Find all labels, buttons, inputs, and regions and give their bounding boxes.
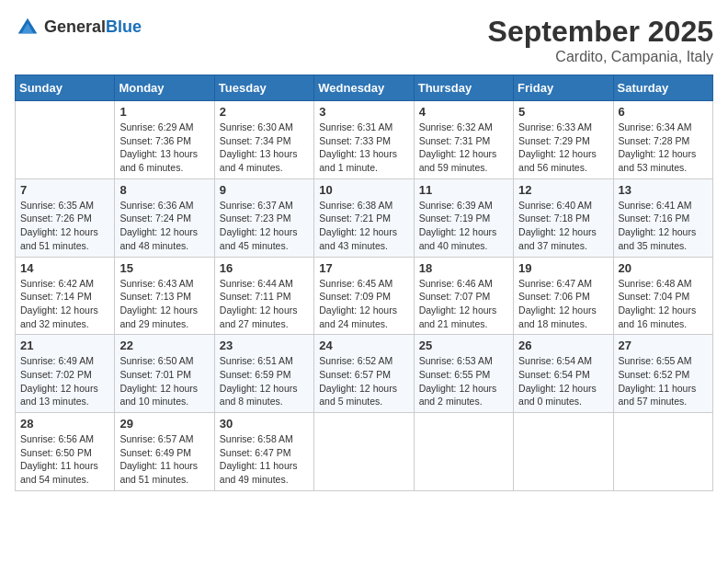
- day-header-thursday: Thursday: [414, 75, 513, 101]
- day-number: 21: [20, 339, 109, 352]
- day-number: 2: [220, 105, 309, 119]
- day-number: 24: [319, 339, 408, 352]
- calendar-cell: 16Sunrise: 6:44 AMSunset: 7:11 PMDayligh…: [214, 257, 313, 335]
- day-detail: Sunrise: 6:41 AMSunset: 7:16 PMDaylight:…: [619, 199, 708, 253]
- calendar-cell: 1Sunrise: 6:29 AMSunset: 7:36 PMDaylight…: [115, 101, 214, 179]
- day-detail: Sunrise: 6:34 AMSunset: 7:28 PMDaylight:…: [619, 121, 708, 175]
- calendar-cell: 27Sunrise: 6:55 AMSunset: 6:52 PMDayligh…: [613, 335, 712, 413]
- calendar-week-3: 14Sunrise: 6:42 AMSunset: 7:14 PMDayligh…: [16, 257, 713, 335]
- day-detail: Sunrise: 6:33 AMSunset: 7:29 PMDaylight:…: [518, 121, 608, 175]
- day-number: 30: [220, 417, 309, 431]
- logo: GeneralBlue: [15, 15, 142, 40]
- title-block: September 2025 Cardito, Campania, Italy: [488, 15, 713, 65]
- day-detail: Sunrise: 6:56 AMSunset: 6:50 PMDaylight:…: [20, 432, 109, 487]
- day-detail: Sunrise: 6:36 AMSunset: 7:24 PMDaylight:…: [119, 199, 209, 253]
- calendar-cell: 3Sunrise: 6:31 AMSunset: 7:33 PMDaylight…: [314, 101, 414, 179]
- day-detail: Sunrise: 6:29 AMSunset: 7:36 PMDaylight:…: [119, 121, 209, 175]
- day-detail: Sunrise: 6:44 AMSunset: 7:11 PMDaylight:…: [220, 277, 309, 331]
- calendar-week-5: 28Sunrise: 6:56 AMSunset: 6:50 PMDayligh…: [16, 413, 713, 491]
- day-number: 14: [20, 261, 109, 275]
- day-header-saturday: Saturday: [613, 75, 712, 101]
- day-number: 7: [20, 183, 109, 197]
- calendar-cell: 18Sunrise: 6:46 AMSunset: 7:07 PMDayligh…: [414, 257, 513, 335]
- day-number: 13: [619, 183, 708, 197]
- calendar-cell: 29Sunrise: 6:57 AMSunset: 6:49 PMDayligh…: [115, 413, 214, 491]
- logo-icon: [15, 15, 40, 40]
- calendar-cell: 7Sunrise: 6:35 AMSunset: 7:26 PMDaylight…: [16, 178, 115, 257]
- calendar-cell: [514, 413, 613, 491]
- day-detail: Sunrise: 6:45 AMSunset: 7:09 PMDaylight:…: [319, 277, 408, 331]
- day-number: 19: [518, 261, 608, 275]
- day-number: 8: [119, 183, 209, 197]
- location-title: Cardito, Campania, Italy: [488, 49, 713, 65]
- day-number: 11: [419, 183, 508, 197]
- calendar-week-4: 21Sunrise: 6:49 AMSunset: 7:02 PMDayligh…: [16, 335, 713, 413]
- calendar-cell: 19Sunrise: 6:47 AMSunset: 7:06 PMDayligh…: [514, 257, 613, 335]
- day-number: 1: [119, 105, 209, 119]
- day-detail: Sunrise: 6:35 AMSunset: 7:26 PMDaylight:…: [20, 199, 109, 253]
- calendar-cell: 14Sunrise: 6:42 AMSunset: 7:14 PMDayligh…: [16, 257, 115, 335]
- day-number: 9: [220, 183, 309, 197]
- day-number: 4: [419, 105, 508, 119]
- day-detail: Sunrise: 6:52 AMSunset: 6:57 PMDaylight:…: [319, 354, 408, 408]
- day-detail: Sunrise: 6:51 AMSunset: 6:59 PMDaylight:…: [220, 354, 309, 408]
- day-detail: Sunrise: 6:58 AMSunset: 6:47 PMDaylight:…: [220, 432, 309, 487]
- day-header-friday: Friday: [514, 75, 613, 101]
- day-number: 10: [319, 183, 408, 197]
- day-number: 5: [518, 105, 608, 119]
- day-number: 25: [419, 339, 508, 352]
- day-number: 22: [119, 339, 209, 352]
- calendar-cell: 15Sunrise: 6:43 AMSunset: 7:13 PMDayligh…: [115, 257, 214, 335]
- calendar-cell: 28Sunrise: 6:56 AMSunset: 6:50 PMDayligh…: [16, 413, 115, 491]
- day-number: 27: [619, 339, 708, 352]
- calendar-cell: 17Sunrise: 6:45 AMSunset: 7:09 PMDayligh…: [314, 257, 414, 335]
- calendar-cell: 24Sunrise: 6:52 AMSunset: 6:57 PMDayligh…: [314, 335, 414, 413]
- calendar-week-1: 1Sunrise: 6:29 AMSunset: 7:36 PMDaylight…: [16, 101, 713, 179]
- day-detail: Sunrise: 6:30 AMSunset: 7:34 PMDaylight:…: [220, 121, 309, 175]
- calendar-cell: 12Sunrise: 6:40 AMSunset: 7:18 PMDayligh…: [514, 178, 613, 257]
- day-detail: Sunrise: 6:57 AMSunset: 6:49 PMDaylight:…: [119, 432, 209, 487]
- day-number: 17: [319, 261, 408, 275]
- calendar-cell: [314, 413, 414, 491]
- day-detail: Sunrise: 6:43 AMSunset: 7:13 PMDaylight:…: [119, 277, 209, 331]
- day-detail: Sunrise: 6:37 AMSunset: 7:23 PMDaylight:…: [220, 199, 309, 253]
- day-number: 26: [518, 339, 608, 352]
- calendar-cell: 26Sunrise: 6:54 AMSunset: 6:54 PMDayligh…: [514, 335, 613, 413]
- day-detail: Sunrise: 6:38 AMSunset: 7:21 PMDaylight:…: [319, 199, 408, 253]
- day-number: 28: [20, 417, 109, 431]
- day-number: 23: [220, 339, 309, 352]
- calendar-cell: 8Sunrise: 6:36 AMSunset: 7:24 PMDaylight…: [115, 178, 214, 257]
- calendar-cell: 13Sunrise: 6:41 AMSunset: 7:16 PMDayligh…: [613, 178, 712, 257]
- day-detail: Sunrise: 6:47 AMSunset: 7:06 PMDaylight:…: [518, 277, 608, 331]
- calendar-cell: 11Sunrise: 6:39 AMSunset: 7:19 PMDayligh…: [414, 178, 513, 257]
- day-detail: Sunrise: 6:31 AMSunset: 7:33 PMDaylight:…: [319, 121, 408, 175]
- calendar-header-row: SundayMondayTuesdayWednesdayThursdayFrid…: [16, 75, 713, 101]
- day-detail: Sunrise: 6:40 AMSunset: 7:18 PMDaylight:…: [518, 199, 608, 253]
- day-number: 18: [419, 261, 508, 275]
- calendar-cell: 25Sunrise: 6:53 AMSunset: 6:55 PMDayligh…: [414, 335, 513, 413]
- day-detail: Sunrise: 6:32 AMSunset: 7:31 PMDaylight:…: [419, 121, 508, 175]
- day-header-monday: Monday: [115, 75, 214, 101]
- calendar-cell: 9Sunrise: 6:37 AMSunset: 7:23 PMDaylight…: [214, 178, 313, 257]
- calendar-cell: 30Sunrise: 6:58 AMSunset: 6:47 PMDayligh…: [214, 413, 313, 491]
- calendar-cell: [414, 413, 513, 491]
- day-detail: Sunrise: 6:48 AMSunset: 7:04 PMDaylight:…: [619, 277, 708, 331]
- day-detail: Sunrise: 6:53 AMSunset: 6:55 PMDaylight:…: [419, 354, 508, 408]
- day-header-wednesday: Wednesday: [314, 75, 414, 101]
- day-detail: Sunrise: 6:50 AMSunset: 7:01 PMDaylight:…: [119, 354, 209, 408]
- day-header-tuesday: Tuesday: [214, 75, 313, 101]
- calendar-cell: [613, 413, 712, 491]
- calendar-cell: [16, 101, 115, 179]
- day-number: 12: [518, 183, 608, 197]
- logo-general: GeneralBlue: [44, 18, 142, 37]
- calendar-table: SundayMondayTuesdayWednesdayThursdayFrid…: [15, 75, 713, 491]
- day-detail: Sunrise: 6:55 AMSunset: 6:52 PMDaylight:…: [619, 354, 708, 408]
- calendar-cell: 23Sunrise: 6:51 AMSunset: 6:59 PMDayligh…: [214, 335, 313, 413]
- day-number: 3: [319, 105, 408, 119]
- day-number: 20: [619, 261, 708, 275]
- calendar-cell: 10Sunrise: 6:38 AMSunset: 7:21 PMDayligh…: [314, 178, 414, 257]
- day-detail: Sunrise: 6:49 AMSunset: 7:02 PMDaylight:…: [20, 354, 109, 408]
- calendar-cell: 2Sunrise: 6:30 AMSunset: 7:34 PMDaylight…: [214, 101, 313, 179]
- day-number: 15: [119, 261, 209, 275]
- calendar-cell: 5Sunrise: 6:33 AMSunset: 7:29 PMDaylight…: [514, 101, 613, 179]
